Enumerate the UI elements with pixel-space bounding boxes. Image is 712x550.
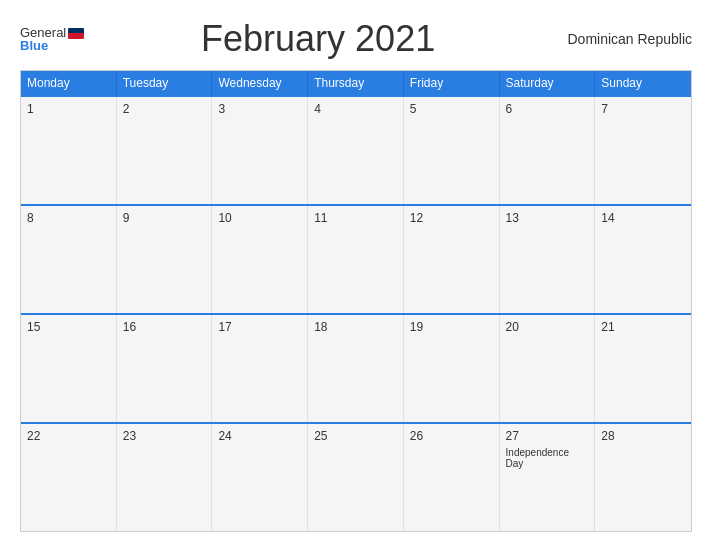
day-number-4: 4: [314, 102, 397, 116]
day-cell-13: 13: [500, 206, 596, 313]
day-number-28: 28: [601, 429, 685, 443]
country-label: Dominican Republic: [552, 31, 692, 47]
weeks-container: 1234567891011121314151617181920212223242…: [21, 95, 691, 531]
day-cell-5: 5: [404, 97, 500, 204]
day-number-24: 24: [218, 429, 301, 443]
day-number-18: 18: [314, 320, 397, 334]
day-cell-18: 18: [308, 315, 404, 422]
day-cell-14: 14: [595, 206, 691, 313]
day-number-21: 21: [601, 320, 685, 334]
calendar-header: General Blue February 2021 Dominican Rep…: [20, 18, 692, 60]
day-header-wednesday: Wednesday: [212, 71, 308, 95]
day-cell-22: 22: [21, 424, 117, 531]
day-cell-3: 3: [212, 97, 308, 204]
day-cell-27: 27Independence Day: [500, 424, 596, 531]
week-row-4: 222324252627Independence Day28: [21, 422, 691, 531]
day-header-monday: Monday: [21, 71, 117, 95]
day-number-23: 23: [123, 429, 206, 443]
day-number-12: 12: [410, 211, 493, 225]
day-cell-19: 19: [404, 315, 500, 422]
day-number-7: 7: [601, 102, 685, 116]
day-cell-9: 9: [117, 206, 213, 313]
calendar-wrapper: General Blue February 2021 Dominican Rep…: [0, 0, 712, 550]
calendar-grid: MondayTuesdayWednesdayThursdayFridaySatu…: [20, 70, 692, 532]
day-cell-23: 23: [117, 424, 213, 531]
day-cell-15: 15: [21, 315, 117, 422]
day-number-8: 8: [27, 211, 110, 225]
day-cell-4: 4: [308, 97, 404, 204]
day-cell-17: 17: [212, 315, 308, 422]
day-number-27: 27: [506, 429, 589, 443]
day-cell-25: 25: [308, 424, 404, 531]
day-number-20: 20: [506, 320, 589, 334]
day-cell-2: 2: [117, 97, 213, 204]
day-cell-21: 21: [595, 315, 691, 422]
day-number-26: 26: [410, 429, 493, 443]
day-cell-7: 7: [595, 97, 691, 204]
day-number-2: 2: [123, 102, 206, 116]
day-cell-11: 11: [308, 206, 404, 313]
day-cell-12: 12: [404, 206, 500, 313]
week-row-3: 15161718192021: [21, 313, 691, 422]
logo-flag: [68, 28, 84, 39]
day-cell-8: 8: [21, 206, 117, 313]
day-header-sunday: Sunday: [595, 71, 691, 95]
day-header-tuesday: Tuesday: [117, 71, 213, 95]
day-number-10: 10: [218, 211, 301, 225]
day-cell-26: 26: [404, 424, 500, 531]
day-number-19: 19: [410, 320, 493, 334]
week-row-1: 1234567: [21, 95, 691, 204]
day-cell-1: 1: [21, 97, 117, 204]
day-header-saturday: Saturday: [500, 71, 596, 95]
day-cell-24: 24: [212, 424, 308, 531]
day-number-1: 1: [27, 102, 110, 116]
week-row-2: 891011121314: [21, 204, 691, 313]
day-header-friday: Friday: [404, 71, 500, 95]
day-number-5: 5: [410, 102, 493, 116]
day-number-9: 9: [123, 211, 206, 225]
day-cell-16: 16: [117, 315, 213, 422]
logo: General Blue: [20, 26, 84, 52]
day-number-11: 11: [314, 211, 397, 225]
month-title: February 2021: [84, 18, 552, 60]
day-cell-10: 10: [212, 206, 308, 313]
day-number-3: 3: [218, 102, 301, 116]
day-cell-6: 6: [500, 97, 596, 204]
day-headers-row: MondayTuesdayWednesdayThursdayFridaySatu…: [21, 71, 691, 95]
day-number-6: 6: [506, 102, 589, 116]
logo-blue-text: Blue: [20, 39, 84, 52]
day-number-15: 15: [27, 320, 110, 334]
day-number-25: 25: [314, 429, 397, 443]
day-header-thursday: Thursday: [308, 71, 404, 95]
day-number-17: 17: [218, 320, 301, 334]
day-cell-28: 28: [595, 424, 691, 531]
event-label: Independence Day: [506, 447, 589, 469]
day-number-13: 13: [506, 211, 589, 225]
day-number-14: 14: [601, 211, 685, 225]
day-number-16: 16: [123, 320, 206, 334]
day-number-22: 22: [27, 429, 110, 443]
day-cell-20: 20: [500, 315, 596, 422]
